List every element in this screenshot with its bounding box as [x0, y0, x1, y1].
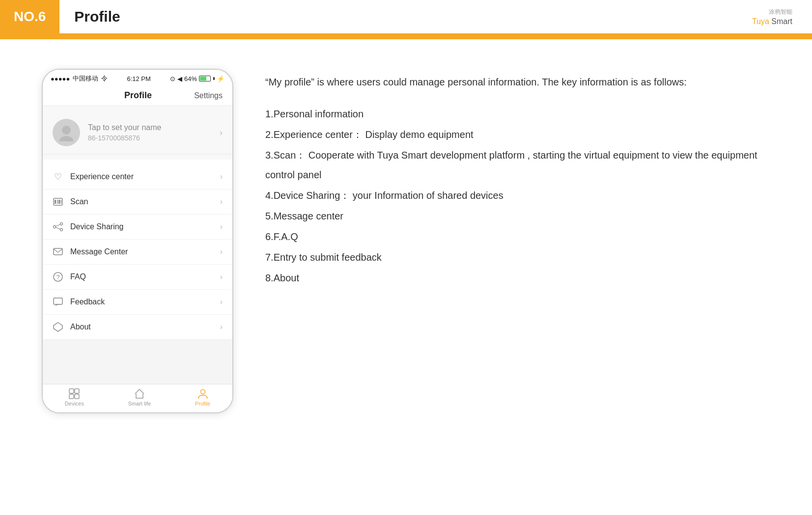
battery-fill	[200, 77, 206, 81]
phone-tabbar: Devices Smart life Profile	[43, 384, 232, 412]
menu-label-faq: FAQ	[70, 272, 213, 281]
svg-rect-17	[69, 389, 74, 393]
battery-tip	[213, 77, 215, 80]
page-title: Profile	[59, 8, 120, 25]
charging-icon: ⚡	[217, 75, 224, 82]
svg-rect-12	[54, 248, 62, 255]
message-svg	[53, 248, 63, 256]
svg-point-0	[62, 126, 71, 135]
avatar	[53, 119, 80, 146]
menu-label-feedback: Feedback	[70, 298, 213, 306]
wifi-icon: 令	[101, 74, 108, 83]
svg-line-10	[56, 224, 60, 226]
faq-icon: ?	[53, 271, 63, 282]
status-right: ⊙ ◀ 64% ⚡	[170, 75, 224, 82]
tab-smart-life-label: Smart life	[128, 401, 151, 407]
profile-info: Tap to set your name 86-15700085876	[88, 123, 212, 142]
list-item-3: 3.Scan： Cooperate with Tuya Smart develo…	[265, 145, 773, 185]
svg-rect-4	[57, 200, 58, 204]
profile-phone: 86-15700085876	[88, 134, 212, 142]
gps-icon: ⊙	[170, 75, 175, 82]
scan-icon	[53, 196, 63, 207]
brand-subtitle: 涂鸦智能	[769, 8, 792, 16]
devices-icon	[69, 388, 80, 399]
experience-icon: ♡	[53, 171, 63, 182]
menu-item-scan[interactable]: Scan ›	[43, 190, 232, 215]
svg-rect-3	[55, 200, 56, 204]
orange-divider	[0, 35, 812, 39]
about-svg	[53, 322, 63, 332]
profile-icon	[197, 388, 208, 399]
device-sharing-icon	[53, 221, 63, 232]
phone-frame: ●●●●● 中国移动 令 6:12 PM ⊙ ◀ 64% ⚡	[42, 69, 233, 413]
menu-chevron-about: ›	[220, 323, 223, 331]
menu-chevron-device-sharing: ›	[220, 222, 223, 231]
list-item-5: 5.Message center	[265, 206, 773, 226]
navbar-settings[interactable]: Settings	[194, 91, 223, 100]
menu-item-feedback[interactable]: Feedback ›	[43, 290, 232, 315]
location-icon: ◀	[177, 75, 182, 82]
text-content: “My profile” is where users could manage…	[265, 69, 773, 413]
phone-status-bar: ●●●●● 中国移动 令 6:12 PM ⊙ ◀ 64% ⚡	[43, 70, 232, 85]
header: NO.6 Profile 涂鸦智能 Tuya Smart	[0, 0, 812, 35]
menu-section: ♡ Experience center › Scan	[43, 164, 232, 340]
svg-point-8	[60, 229, 63, 231]
menu-item-about[interactable]: About ›	[43, 315, 232, 340]
time-display: 6:12 PM	[127, 75, 150, 82]
menu-item-experience[interactable]: ♡ Experience center ›	[43, 164, 232, 190]
signal-dots: ●●●●●	[51, 75, 70, 82]
menu-chevron-feedback: ›	[220, 298, 223, 306]
main-content: ●●●●● 中国移动 令 6:12 PM ⊙ ◀ 64% ⚡	[0, 39, 812, 433]
tab-smart-life[interactable]: Smart life	[128, 388, 151, 407]
menu-item-faq[interactable]: ? FAQ ›	[43, 265, 232, 290]
svg-rect-15	[54, 298, 62, 304]
svg-rect-18	[75, 389, 79, 393]
tab-profile[interactable]: Profile	[195, 388, 210, 407]
profile-chevron-icon: ›	[220, 128, 223, 138]
menu-label-device-sharing: Device Sharing	[70, 222, 213, 231]
share-svg	[53, 222, 63, 231]
svg-rect-20	[75, 394, 79, 399]
scan-svg	[53, 198, 63, 206]
profile-name-placeholder: Tap to set your name	[88, 123, 212, 132]
menu-chevron-message: ›	[220, 247, 223, 256]
phone-bottom-gray	[43, 340, 232, 384]
status-left: ●●●●● 中国移动 令	[51, 74, 108, 83]
menu-item-message[interactable]: Message Center ›	[43, 240, 232, 265]
list-item-2: 2.Experience center： Display demo equipm…	[265, 125, 773, 144]
brand-logo: 涂鸦智能 Tuya Smart	[752, 8, 812, 26]
list-item-7: 7.Entry to submit feedback	[265, 247, 773, 267]
battery-visual	[199, 76, 211, 81]
menu-chevron-experience: ›	[220, 172, 223, 181]
svg-point-9	[54, 226, 56, 228]
svg-point-21	[200, 390, 205, 394]
feedback-svg	[53, 298, 63, 306]
list-items: 1.Personal information 2.Experience cent…	[265, 104, 773, 288]
svg-line-11	[56, 227, 60, 229]
navbar-title: Profile	[124, 90, 152, 101]
home-icon	[134, 388, 145, 399]
profile-bg: Tap to set your name 86-15700085876 ›	[43, 106, 232, 160]
svg-text:?: ?	[56, 274, 60, 281]
feedback-icon	[53, 297, 63, 307]
phone-navbar: Profile Settings	[43, 85, 232, 106]
about-icon	[53, 322, 63, 332]
menu-item-device-sharing[interactable]: Device Sharing ›	[43, 215, 232, 240]
header-left: NO.6 Profile	[0, 0, 120, 33]
list-item-4: 4.Device Sharing： your Information of sh…	[265, 186, 773, 205]
profile-section[interactable]: Tap to set your name 86-15700085876 ›	[43, 111, 232, 155]
svg-rect-5	[58, 200, 60, 204]
brand-tuya: Tuya	[752, 17, 769, 26]
svg-rect-19	[69, 394, 74, 399]
tab-devices-label: Devices	[65, 401, 84, 407]
svg-point-7	[60, 223, 63, 225]
list-item-1: 1.Personal information	[265, 104, 773, 124]
brand-smart: Smart	[769, 17, 792, 26]
svg-point-1	[59, 136, 73, 141]
menu-label-experience: Experience center	[70, 172, 213, 181]
tab-devices[interactable]: Devices	[65, 388, 84, 407]
menu-chevron-faq: ›	[220, 272, 223, 281]
phone-mockup: ●●●●● 中国移动 令 6:12 PM ⊙ ◀ 64% ⚡	[39, 69, 236, 413]
faq-svg: ?	[53, 272, 63, 282]
menu-label-message: Message Center	[70, 247, 213, 256]
